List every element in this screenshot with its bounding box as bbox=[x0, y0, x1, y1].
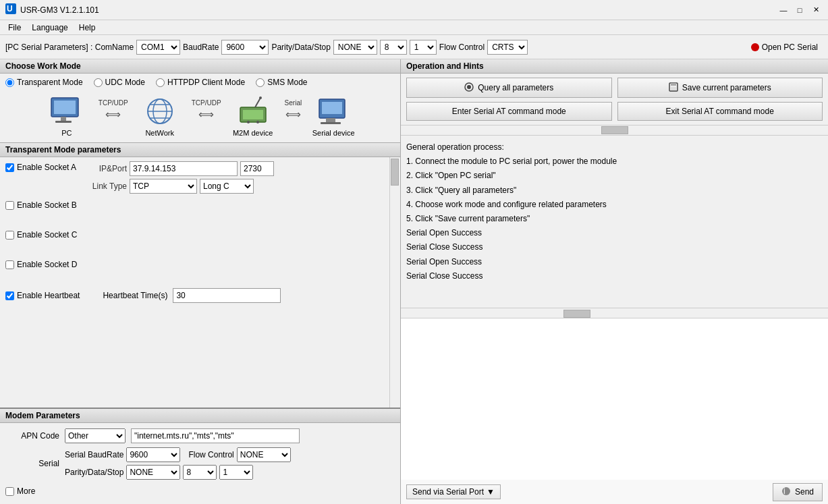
apn-code-label: APN Code bbox=[5, 431, 59, 441]
hint-line: 3. Click "Query all parameters" bbox=[406, 184, 823, 197]
menu-bar: File Language Help bbox=[0, 20, 828, 35]
apn-code-row: APN Code Other bbox=[5, 428, 395, 443]
more-checkbox[interactable] bbox=[5, 487, 14, 496]
serial-baud-rate-label: Serial BaudRate bbox=[65, 450, 123, 459]
mode-sms-label: SMS Mode bbox=[267, 78, 307, 87]
mode-udc-radio[interactable] bbox=[94, 78, 103, 87]
socket-c-row: Enable Socket C bbox=[5, 229, 395, 253]
op-main-buttons: Query all parameters Save current parame… bbox=[401, 74, 828, 102]
mode-transparent[interactable]: Transparent Mode bbox=[5, 78, 83, 87]
send-button[interactable]: i Send bbox=[773, 483, 823, 501]
menu-language[interactable]: Language bbox=[26, 22, 73, 34]
menu-file[interactable]: File bbox=[3, 22, 26, 34]
main-layout: Choose Work Mode Transparent Mode UDC Mo… bbox=[0, 59, 828, 504]
flow-control-select[interactable]: CRTS bbox=[487, 40, 528, 55]
socket-c-checkbox[interactable] bbox=[5, 231, 14, 240]
mode-httpdclient[interactable]: HTTPDP Client Mode bbox=[156, 78, 245, 87]
arrow-serial: Serial ⟺ bbox=[285, 99, 302, 134]
socket-a-conn-type[interactable]: Long C Short C bbox=[200, 179, 254, 194]
socket-d-checkbox[interactable] bbox=[5, 260, 14, 269]
exit-cmd-button[interactable]: Exit Serial AT command mode bbox=[617, 102, 823, 121]
params-scroll-area: Enable Socket A IP&Port Link Type TCP bbox=[0, 157, 400, 408]
send-content-area bbox=[401, 318, 828, 480]
svg-rect-12 bbox=[243, 110, 263, 119]
right-scroll-thumb-top bbox=[601, 126, 628, 134]
heartbeat-time-input[interactable] bbox=[173, 288, 281, 303]
modem-data-bits-select[interactable]: 8 bbox=[183, 465, 217, 480]
apn-value-input[interactable] bbox=[131, 428, 300, 443]
menu-help[interactable]: Help bbox=[74, 22, 101, 34]
arrow-tcp-udp-1: TCP/UDP ⟺ bbox=[99, 99, 128, 134]
mode-httpd-radio[interactable] bbox=[156, 78, 165, 87]
diagram-serial-device: Serial device bbox=[303, 96, 364, 137]
svg-rect-24 bbox=[671, 83, 676, 86]
socket-a-label: Enable Socket A bbox=[17, 163, 76, 172]
save-params-button[interactable]: Save current parameters bbox=[617, 78, 823, 98]
svg-rect-3 bbox=[54, 101, 76, 114]
flow-ctrl-label: Flow Control bbox=[188, 450, 233, 459]
svg-point-16 bbox=[259, 96, 262, 99]
left-panel: Choose Work Mode Transparent Mode UDC Mo… bbox=[0, 59, 401, 504]
minimize-button[interactable]: — bbox=[777, 4, 790, 16]
serial-modem-label: Serial bbox=[5, 459, 59, 468]
socket-b-row: Enable Socket B bbox=[5, 199, 395, 223]
socket-a-checkbox[interactable] bbox=[5, 163, 14, 172]
maximize-button[interactable]: □ bbox=[793, 4, 806, 16]
heartbeat-checkbox[interactable] bbox=[5, 291, 14, 300]
heartbeat-row: Enable Heartbeat Heartbeat Time(s) bbox=[5, 288, 395, 303]
mode-sms[interactable]: SMS Mode bbox=[256, 78, 307, 87]
params-scrollbar[interactable] bbox=[389, 157, 400, 408]
hint-line: 4. Choose work mode and configure relate… bbox=[406, 198, 823, 211]
modem-content: APN Code Other Serial Serial BaudRate 96… bbox=[0, 423, 400, 504]
serial-baud-rate-select[interactable]: 9600 bbox=[126, 447, 180, 462]
svg-rect-25 bbox=[671, 87, 676, 90]
parity-select[interactable]: NONE bbox=[333, 40, 377, 55]
apn-code-select[interactable]: Other bbox=[65, 428, 126, 443]
close-button[interactable]: ✕ bbox=[809, 4, 823, 16]
send-port-button[interactable]: Send via Serial Port ▼ bbox=[406, 484, 501, 499]
modem-parity-select[interactable]: NONE bbox=[126, 465, 180, 480]
open-serial-label: Open PC Serial bbox=[762, 43, 818, 52]
hint-line: Serial Open Success bbox=[406, 227, 823, 240]
open-serial-button[interactable]: Open PC Serial bbox=[746, 40, 823, 55]
send-port-chevron: ▼ bbox=[487, 487, 495, 497]
hint-line: Serial Close Success bbox=[406, 241, 823, 254]
params-scroll-thumb bbox=[391, 159, 399, 186]
socket-d-row: Enable Socket D bbox=[5, 258, 395, 283]
socket-b-checkbox[interactable] bbox=[5, 201, 14, 210]
window-controls: — □ ✕ bbox=[777, 4, 823, 16]
title-bar-text: USR-GM3 V1.2.1.101 bbox=[20, 5, 99, 15]
baud-rate-select[interactable]: 9600 bbox=[221, 40, 269, 55]
hint-line: 2. Click "Open PC serial" bbox=[406, 169, 823, 182]
svg-rect-18 bbox=[322, 102, 342, 114]
com-name-label: [PC Serial Parameters] : ComName bbox=[5, 43, 134, 52]
query-all-button[interactable]: Query all parameters bbox=[406, 78, 612, 98]
mode-transparent-radio[interactable] bbox=[5, 78, 14, 87]
modem-stop-bits-select[interactable]: 1 bbox=[219, 465, 253, 480]
data-bits-select[interactable]: 8 bbox=[380, 40, 407, 55]
mode-httpd-label: HTTPDP Client Mode bbox=[167, 78, 245, 87]
title-bar: U USR-GM3 V1.2.1.101 — □ ✕ bbox=[0, 0, 828, 20]
save-icon bbox=[669, 82, 678, 94]
enter-cmd-button[interactable]: Enter Serial AT command mode bbox=[406, 102, 612, 121]
socket-a-port[interactable] bbox=[240, 161, 274, 176]
mode-sms-radio[interactable] bbox=[256, 78, 265, 87]
query-icon bbox=[464, 82, 474, 94]
right-scrollbar-bottom[interactable] bbox=[401, 308, 828, 318]
flow-ctrl-select[interactable]: NONE bbox=[237, 447, 291, 462]
socket-b-label: Enable Socket B bbox=[17, 200, 77, 210]
svg-line-15 bbox=[255, 98, 260, 107]
diagram-pc: PC bbox=[36, 96, 97, 137]
send-bar: Send via Serial Port ▼ i Send bbox=[401, 480, 828, 504]
network-label: NetWork bbox=[145, 129, 174, 137]
socket-a-ip[interactable] bbox=[130, 161, 238, 176]
socket-a-link-type[interactable]: TCP UDP bbox=[130, 179, 197, 194]
heartbeat-time-label: Heartbeat Time(s) bbox=[103, 291, 167, 300]
stop-bits-select[interactable]: 1 bbox=[410, 40, 437, 55]
op-hints-title: Operation and Hints bbox=[401, 59, 828, 74]
com-name-select[interactable]: COM1 bbox=[136, 40, 180, 55]
right-scrollbar-top[interactable] bbox=[401, 125, 828, 136]
right-panel: Operation and Hints Query all parameters… bbox=[401, 59, 828, 504]
hint-line: General operation process: bbox=[406, 141, 823, 154]
mode-udc[interactable]: UDC Mode bbox=[94, 78, 145, 87]
